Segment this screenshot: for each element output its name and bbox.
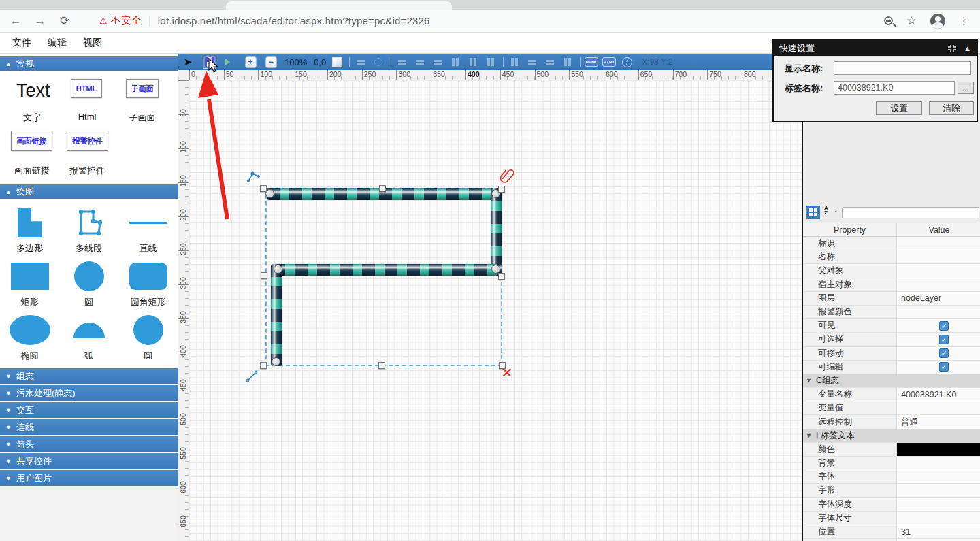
set-button[interactable]: 设置 (876, 101, 922, 115)
line-tool-icon[interactable] (245, 369, 260, 384)
screenlink-widget[interactable]: 画面链接 (11, 131, 52, 151)
url-text[interactable]: iot.idosp.net/html/scada/editor.aspx.htm… (158, 15, 430, 27)
align-middle-icon[interactable] (466, 56, 480, 69)
reload-icon[interactable]: ⟳ (56, 14, 74, 28)
draw-tool-rectangle[interactable]: 矩形 (0, 259, 59, 313)
resize-handle-n[interactable] (379, 185, 386, 192)
sidebar-section-draw[interactable]: ▲ 绘图 (0, 184, 178, 199)
distribute-horizontal-icon[interactable] (543, 56, 557, 69)
color-swatch[interactable] (897, 443, 980, 456)
property-row[interactable]: 标识 (803, 237, 980, 250)
align-bottom-icon[interactable] (484, 56, 497, 69)
property-value[interactable] (897, 306, 980, 318)
property-row[interactable]: 名称 (803, 250, 980, 264)
pipe-segment-middle[interactable] (272, 264, 502, 276)
pipe-segment-right[interactable] (491, 188, 502, 276)
property-row[interactable]: 可选择✓ (803, 333, 980, 346)
resize-handle-e[interactable] (498, 273, 505, 280)
zoom-out-icon[interactable]: − (264, 56, 278, 69)
property-value[interactable] (897, 278, 980, 291)
categorize-icon[interactable] (806, 206, 820, 219)
save-icon[interactable] (203, 56, 216, 69)
bookmark-star-icon[interactable]: ☆ (906, 14, 917, 28)
property-row[interactable]: 颜色 (803, 443, 980, 457)
display-name-input[interactable] (834, 61, 971, 75)
property-row[interactable]: 图层nodeLayer (803, 292, 980, 306)
align-left-icon[interactable] (395, 56, 409, 69)
rotate-icon[interactable] (372, 56, 385, 69)
property-value[interactable] (897, 498, 980, 511)
property-value[interactable] (897, 484, 980, 497)
sidebar-section-header[interactable]: ▼组态 (0, 368, 178, 384)
property-row[interactable]: 可编辑✓ (803, 361, 980, 374)
property-value[interactable] (897, 512, 980, 525)
quick-settings-titlebar[interactable]: 快速设置 ▲ (774, 40, 977, 56)
draw-tool-polygon[interactable]: 多边形 (0, 206, 59, 259)
property-row[interactable]: 宿主对象 (803, 278, 980, 292)
profile-avatar[interactable] (930, 14, 945, 29)
align-center-icon[interactable] (413, 56, 427, 69)
sidebar-section-header[interactable]: ▼连线 (0, 419, 178, 435)
resize-handle-nw[interactable] (260, 185, 267, 192)
property-value[interactable]: 400038921.K0 (897, 388, 980, 401)
property-checkbox[interactable]: ✓ (939, 348, 949, 358)
property-row[interactable]: 可见✓ (803, 319, 980, 333)
property-group-row[interactable]: ▼L标签文本 (803, 429, 980, 443)
draw-tool-ellipse[interactable]: 椭圆 (0, 313, 59, 367)
dock-icon[interactable] (947, 44, 957, 52)
menu-edit[interactable]: 编辑 (48, 37, 67, 49)
property-value[interactable]: nodeLayer (897, 292, 980, 305)
property-value[interactable] (897, 470, 980, 483)
property-row[interactable]: 字形 (803, 484, 980, 497)
property-row[interactable]: 字体深度 (803, 498, 980, 512)
draw-tool-circle2[interactable]: 圆 (118, 313, 178, 367)
security-warning[interactable]: ⚠ 不安全 (99, 14, 142, 27)
menu-view[interactable]: 视图 (83, 37, 102, 49)
alarm-widget[interactable]: 报警控件 (67, 131, 108, 151)
subscreen-widget[interactable]: 子画面 (126, 79, 159, 98)
property-row[interactable]: 字体尺寸 (803, 512, 980, 525)
property-value[interactable] (897, 264, 980, 277)
select-tool-icon[interactable]: ➤ (181, 56, 195, 69)
sort-az-icon[interactable]: AZ (824, 206, 836, 219)
tag-name-input[interactable] (834, 81, 955, 95)
property-value[interactable]: 普通 (897, 415, 980, 428)
property-row[interactable]: 变量值 (803, 401, 980, 415)
draw-tool-polyline[interactable]: 多线段 (59, 206, 118, 259)
draw-tool-arc[interactable]: 弧 (59, 313, 118, 367)
align-right-icon[interactable] (431, 56, 444, 69)
same-width-icon[interactable] (508, 56, 521, 69)
same-height-icon[interactable] (525, 56, 539, 69)
menu-file[interactable]: 文件 (12, 37, 31, 49)
property-row[interactable]: 变量名称400038921.K0 (803, 388, 980, 401)
property-group-row[interactable]: ▼C组态 (803, 374, 980, 388)
property-value[interactable] (897, 457, 980, 470)
resize-handle-ne[interactable] (498, 186, 505, 193)
back-icon[interactable]: ← (7, 14, 24, 28)
clear-button[interactable]: 清除 (929, 101, 974, 115)
browser-menu-icon[interactable]: ⋮ (959, 15, 969, 27)
zoom-page-icon[interactable] (884, 16, 893, 25)
align-top-icon[interactable] (448, 56, 462, 69)
sidebar-section-header[interactable]: ▼污水处理(静态) (0, 385, 178, 401)
browser-active-tab[interactable] (226, 1, 452, 10)
edit-vertex-icon[interactable] (246, 170, 261, 185)
copy-style-icon[interactable] (354, 56, 368, 69)
tag-browse-button[interactable]: ... (958, 82, 974, 94)
info-icon[interactable]: i (620, 56, 634, 69)
property-checkbox[interactable]: ✓ (939, 335, 949, 344)
collapse-panel-icon[interactable]: ▲ (964, 44, 971, 52)
sidebar-section-general[interactable]: ▲ 常规 (0, 56, 178, 71)
sidebar-section-header[interactable]: ▼交互 (0, 402, 178, 418)
draw-tool-circle[interactable]: 圆 (59, 259, 118, 313)
canvas-settings-icon[interactable] (330, 56, 344, 69)
paperclip-icon[interactable] (500, 167, 517, 186)
distribute-vertical-icon[interactable] (561, 56, 574, 69)
property-checkbox[interactable]: ✓ (939, 362, 949, 372)
property-row[interactable]: 报警颜色 (803, 306, 980, 319)
property-value[interactable]: 31 (897, 525, 980, 538)
sidebar-section-header[interactable]: ▼箭头 (0, 436, 178, 452)
property-row[interactable]: 远程控制普通 (803, 415, 980, 429)
property-row[interactable]: 字体 (803, 470, 980, 484)
draw-tool-line[interactable]: 直线 (118, 206, 178, 259)
